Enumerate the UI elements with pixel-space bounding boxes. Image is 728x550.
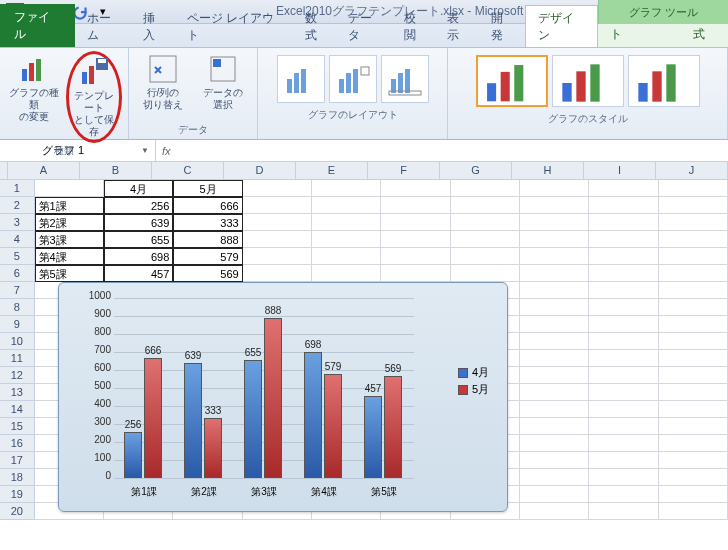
- tab-design[interactable]: デザイン: [525, 5, 598, 47]
- chart-layout-2[interactable]: [329, 55, 377, 103]
- cell-E2[interactable]: [312, 197, 381, 214]
- cell-J1[interactable]: [659, 180, 728, 197]
- save-as-template-button[interactable]: テンプレート として保存: [66, 51, 122, 143]
- chart-style-3[interactable]: [628, 55, 700, 107]
- cell-A5[interactable]: 第4課: [35, 248, 104, 265]
- col-header-B[interactable]: B: [80, 162, 152, 180]
- row-header-11[interactable]: 11: [0, 350, 35, 367]
- cell-J16[interactable]: [659, 435, 728, 452]
- tab-file[interactable]: ファイル: [0, 4, 75, 47]
- cell-A4[interactable]: 第3課: [35, 231, 104, 248]
- cell-I14[interactable]: [589, 401, 658, 418]
- select-data-button[interactable]: データの 選択: [195, 51, 251, 111]
- row-header-6[interactable]: 6: [0, 265, 35, 282]
- cell-I16[interactable]: [589, 435, 658, 452]
- cell-A3[interactable]: 第2課: [35, 214, 104, 231]
- col-header-D[interactable]: D: [224, 162, 296, 180]
- cell-J2[interactable]: [659, 197, 728, 214]
- cell-H17[interactable]: [520, 452, 589, 469]
- cell-I6[interactable]: [589, 265, 658, 282]
- cell-J10[interactable]: [659, 333, 728, 350]
- cell-H8[interactable]: [520, 299, 589, 316]
- cell-I19[interactable]: [589, 486, 658, 503]
- cell-C6[interactable]: 569: [173, 265, 242, 282]
- cell-I9[interactable]: [589, 316, 658, 333]
- cell-H6[interactable]: [520, 265, 589, 282]
- chevron-down-icon[interactable]: ▼: [141, 146, 149, 155]
- chart-layout-1[interactable]: [277, 55, 325, 103]
- cell-I20[interactable]: [589, 503, 658, 520]
- cell-J11[interactable]: [659, 350, 728, 367]
- cell-H14[interactable]: [520, 401, 589, 418]
- row-header-1[interactable]: 1: [0, 180, 35, 197]
- col-header-J[interactable]: J: [656, 162, 728, 180]
- tab-view[interactable]: 表示: [437, 6, 481, 47]
- cell-G6[interactable]: [451, 265, 520, 282]
- cell-B5[interactable]: 698: [104, 248, 173, 265]
- tab-page-layout[interactable]: ページ レイアウト: [177, 6, 295, 47]
- col-header-C[interactable]: C: [152, 162, 224, 180]
- chart-layout-3[interactable]: [381, 55, 429, 103]
- cell-I13[interactable]: [589, 384, 658, 401]
- cell-F5[interactable]: [381, 248, 450, 265]
- cell-H16[interactable]: [520, 435, 589, 452]
- cell-D5[interactable]: [243, 248, 312, 265]
- cell-D4[interactable]: [243, 231, 312, 248]
- cell-D6[interactable]: [243, 265, 312, 282]
- row-header-13[interactable]: 13: [0, 384, 35, 401]
- cell-E3[interactable]: [312, 214, 381, 231]
- col-header-F[interactable]: F: [368, 162, 440, 180]
- cell-G2[interactable]: [451, 197, 520, 214]
- col-header-I[interactable]: I: [584, 162, 656, 180]
- cell-G4[interactable]: [451, 231, 520, 248]
- cell-I18[interactable]: [589, 469, 658, 486]
- tab-insert[interactable]: 挿入: [133, 6, 177, 47]
- cell-C3[interactable]: 333: [173, 214, 242, 231]
- cell-C2[interactable]: 666: [173, 197, 242, 214]
- row-header-19[interactable]: 19: [0, 486, 35, 503]
- cell-F3[interactable]: [381, 214, 450, 231]
- row-header-9[interactable]: 9: [0, 316, 35, 333]
- row-header-20[interactable]: 20: [0, 503, 35, 520]
- cell-H1[interactable]: [520, 180, 589, 197]
- cell-J6[interactable]: [659, 265, 728, 282]
- cell-J17[interactable]: [659, 452, 728, 469]
- cell-G3[interactable]: [451, 214, 520, 231]
- cell-H3[interactable]: [520, 214, 589, 231]
- cell-I8[interactable]: [589, 299, 658, 316]
- cell-E5[interactable]: [312, 248, 381, 265]
- chart-style-2[interactable]: [552, 55, 624, 107]
- col-header-H[interactable]: H: [512, 162, 584, 180]
- cell-I5[interactable]: [589, 248, 658, 265]
- cell-I3[interactable]: [589, 214, 658, 231]
- cell-E1[interactable]: [312, 180, 381, 197]
- cell-J15[interactable]: [659, 418, 728, 435]
- row-header-12[interactable]: 12: [0, 367, 35, 384]
- row-header-8[interactable]: 8: [0, 299, 35, 316]
- row-header-15[interactable]: 15: [0, 418, 35, 435]
- cell-D3[interactable]: [243, 214, 312, 231]
- cell-H2[interactable]: [520, 197, 589, 214]
- cell-B6[interactable]: 457: [104, 265, 173, 282]
- cell-H11[interactable]: [520, 350, 589, 367]
- switch-row-col-button[interactable]: 行/列の 切り替え: [135, 51, 191, 111]
- row-header-7[interactable]: 7: [0, 282, 35, 299]
- tab-home[interactable]: ホーム: [77, 6, 133, 47]
- cell-J20[interactable]: [659, 503, 728, 520]
- cell-F1[interactable]: [381, 180, 450, 197]
- cell-H13[interactable]: [520, 384, 589, 401]
- col-header-G[interactable]: G: [440, 162, 512, 180]
- cell-E4[interactable]: [312, 231, 381, 248]
- fx-icon[interactable]: fx: [162, 145, 171, 157]
- cell-H4[interactable]: [520, 231, 589, 248]
- cell-B2[interactable]: 256: [104, 197, 173, 214]
- cell-J9[interactable]: [659, 316, 728, 333]
- change-chart-type-button[interactable]: グラフの種類 の変更: [6, 51, 62, 123]
- cell-I2[interactable]: [589, 197, 658, 214]
- cell-J7[interactable]: [659, 282, 728, 299]
- cell-I10[interactable]: [589, 333, 658, 350]
- cell-J14[interactable]: [659, 401, 728, 418]
- col-header-A[interactable]: A: [8, 162, 80, 180]
- cell-F6[interactable]: [381, 265, 450, 282]
- cell-G5[interactable]: [451, 248, 520, 265]
